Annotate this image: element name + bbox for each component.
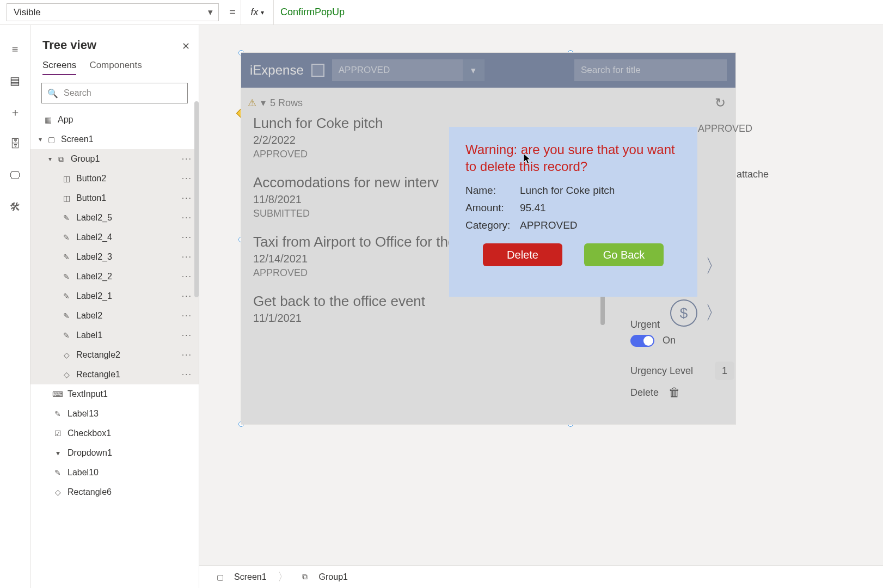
app-header: iExpense APPROVED ▾ Search for title [241,53,735,88]
popup-category-value: APPROVED [520,219,578,231]
tree-item[interactable]: ⌨TextInput1 [30,384,199,404]
control-icon: ✎ [61,212,72,223]
tree-item[interactable]: ◫Button2··· [30,169,199,188]
left-rail: ≡ ▤ ＋ 🗄 🖵 🛠 [0,25,30,588]
app-title: iExpense [250,63,304,78]
chevron-right-icon: 〉 [705,301,723,326]
trash-icon[interactable]: 🗑 [669,385,680,400]
tree-item[interactable]: ✎Label2··· [30,306,199,326]
control-icon: ◇ [52,487,63,498]
control-icon: ✎ [61,330,72,341]
tree-view-title: Tree view [30,25,199,56]
popup-amount-label: Amount: [465,202,520,214]
tab-screens[interactable]: Screens [42,60,76,75]
more-icon[interactable]: ··· [182,193,192,203]
control-icon: ▾ [52,448,63,458]
control-icon: ◫ [61,193,72,204]
group-icon: ⧉ [56,154,66,164]
chevron-right-icon: 〉 [278,569,289,584]
data-icon[interactable]: 🗄 [9,137,22,150]
title-search-input[interactable]: Search for title [574,59,727,81]
toggle-state: On [663,335,676,346]
warning-icon: ⚠ [248,97,256,109]
plus-icon[interactable]: ＋ [9,106,22,119]
more-icon[interactable]: ··· [182,350,192,360]
control-icon: ◫ [61,173,72,184]
more-icon[interactable]: ··· [182,311,192,321]
canvas[interactable]: iExpense APPROVED ▾ Search for title ⚠ ▾… [241,52,883,555]
more-icon[interactable]: ··· [182,213,192,223]
tree-item[interactable]: ◫Button1··· [30,188,199,208]
more-icon[interactable]: ··· [182,154,192,164]
tree-node-app[interactable]: ▦ App [30,110,199,130]
control-icon: ✎ [52,408,63,419]
chevron-down-icon: ▾ [261,9,264,16]
tree-scrollbar[interactable] [194,101,199,297]
chevron-down-icon: ▾ [261,97,266,109]
property-selector[interactable]: Visible ▾ [7,3,219,21]
tree-search-input[interactable]: 🔍 Search [41,83,188,103]
header-checkbox[interactable] [311,64,324,77]
control-icon: ✎ [61,291,72,302]
chevron-down-icon: ▾ [208,7,213,18]
tree-item[interactable]: ◇Rectangle2··· [30,345,199,365]
control-icon: ⌨ [52,389,63,400]
screen-icon: ▢ [214,572,225,583]
more-icon[interactable]: ··· [182,370,192,379]
tree-item[interactable]: ☑Checkbox1 [30,424,199,443]
layers-icon[interactable]: ▤ [9,74,22,87]
tree-item[interactable]: ✎Label1··· [30,326,199,345]
chevron-right-icon: 〉 [705,254,723,279]
formula-bar[interactable]: ConfirmPopUp [273,0,883,24]
app-icon: ▦ [42,114,53,125]
tree-item[interactable]: ✎Label13 [30,404,199,424]
chevron-down-icon: ▾ [463,59,485,81]
popup-name-value: Lunch for Coke pitch [520,185,615,197]
screen-icon: ▢ [46,134,57,145]
more-icon[interactable]: ··· [182,291,192,301]
more-icon[interactable]: ··· [182,252,192,262]
control-icon: ◇ [61,369,72,380]
more-icon[interactable]: ··· [182,174,192,183]
attachment-text: attache [737,169,769,180]
status-dropdown[interactable]: APPROVED ▾ [332,59,485,81]
close-icon[interactable]: ✕ [182,40,190,52]
tools-icon[interactable]: 🛠 [9,200,22,213]
control-icon: ✎ [52,467,63,478]
more-icon[interactable]: ··· [182,272,192,281]
tree-item[interactable]: ▾Dropdown1 [30,443,199,463]
tree-item[interactable]: ◇Rectangle1··· [30,365,199,384]
delete-button[interactable]: Delete [483,243,562,266]
tree-item[interactable]: ✎Label2_1··· [30,286,199,306]
more-icon[interactable]: ··· [182,330,192,340]
fx-button[interactable]: fx ▾ [241,0,273,24]
chevron-down-icon: ▾ [46,155,54,163]
breadcrumb-group[interactable]: ⧉ Group1 [292,566,355,588]
breadcrumb-screen[interactable]: ▢ Screen1 [207,566,274,588]
urgent-toggle[interactable] [630,335,654,347]
tree-item[interactable]: ✎Label10 [30,463,199,482]
equals-sign: = [224,0,241,24]
search-placeholder: Search [64,88,91,98]
tree-item[interactable]: ✎Label2_3··· [30,247,199,267]
control-icon: ✎ [61,252,72,262]
tree-item[interactable]: ◇Rectangle6 [30,482,199,502]
more-icon[interactable]: ··· [182,232,192,242]
tree-item[interactable]: ✎Label2_4··· [30,228,199,247]
media-icon[interactable]: 🖵 [9,169,22,182]
tree-node-group[interactable]: ▾ ⧉ Group1 ··· [30,149,199,169]
delete-label: Delete [630,387,659,399]
group-icon: ⧉ [299,572,310,583]
popup-name-label: Name: [465,185,520,197]
chevron-down-icon: ▾ [36,136,45,143]
tree-item[interactable]: ✎Label2_5··· [30,208,199,228]
control-icon: ☑ [52,428,63,439]
control-icon: ✎ [61,271,72,282]
tree-node-screen[interactable]: ▾ ▢ Screen1 [30,130,199,149]
refresh-icon[interactable]: ↻ [715,95,726,111]
go-back-button[interactable]: Go Back [584,243,664,266]
tree-item[interactable]: ✎Label2_2··· [30,267,199,286]
urgency-label: Urgency Level [630,365,693,377]
tab-components[interactable]: Components [89,60,142,75]
control-icon: ✎ [61,310,72,321]
